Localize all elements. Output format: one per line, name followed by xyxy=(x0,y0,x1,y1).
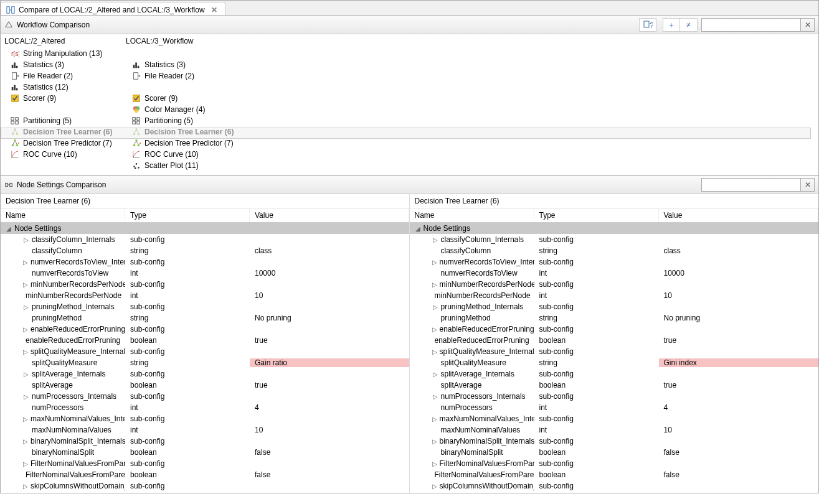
settings-row[interactable]: ▷FilterNominalValuesFromParent_Internals… xyxy=(1,458,409,469)
workflow-node[interactable]: Statistics (3) xyxy=(131,59,244,70)
expand-icon[interactable]: ▷ xyxy=(23,393,29,400)
expand-icon[interactable]: ▷ xyxy=(23,460,28,467)
expand-icon[interactable]: ▷ xyxy=(432,304,438,310)
settings-row[interactable]: ▷classifyColumn_Internalssub-config xyxy=(1,234,409,245)
settings-row[interactable]: ▷numProcessors_Internalssub-config xyxy=(1,391,409,402)
clear-settings-search-icon[interactable]: ✕ xyxy=(801,178,815,192)
col-name[interactable]: Name xyxy=(410,208,534,222)
workflow-node[interactable]: ROC Curve (10) xyxy=(9,149,122,160)
settings-row[interactable]: skipColumnsWithoutDomainbooleantrue xyxy=(410,492,819,493)
settings-row[interactable]: ▷classifyColumn_Internalssub-config xyxy=(410,234,819,245)
workflow-node[interactable]: Decision Tree Predictor (7) xyxy=(131,138,244,149)
workflow-node[interactable]: Decision Tree Learner (6) xyxy=(131,126,244,138)
settings-row[interactable]: skipColumnsWithoutDomainbooleantrue xyxy=(1,492,409,493)
settings-row[interactable]: splitQualityMeasurestringGini index xyxy=(410,357,819,368)
settings-row[interactable]: numverRecordsToViewint10000 xyxy=(1,268,409,279)
expand-icon[interactable]: ▷ xyxy=(23,483,28,490)
settings-row[interactable]: ▷pruningMethod_Internalssub-config xyxy=(1,301,409,312)
workflow-node[interactable]: Decision Tree Learner (6) xyxy=(9,126,122,138)
settings-group-row[interactable]: ◢Node Settings xyxy=(410,223,819,234)
settings-row[interactable]: classifyColumnstringclass xyxy=(410,245,819,256)
settings-row[interactable]: maxNumNominalValuesint10 xyxy=(1,424,409,436)
settings-row[interactable]: ▷numProcessors_Internalssub-config xyxy=(410,391,819,402)
workflow-node[interactable] xyxy=(131,82,244,93)
workflow-node[interactable]: Partitioning (5) xyxy=(9,115,122,126)
settings-row[interactable]: ▷splitQualityMeasure_Internalssub-config xyxy=(410,346,819,357)
settings-row[interactable]: ▷enableReducedErrorPruning_Internalssub-… xyxy=(410,324,819,335)
settings-row[interactable]: FilterNominalValuesFromParentbooleanfals… xyxy=(1,469,409,480)
help-button[interactable]: ? xyxy=(639,18,656,32)
expand-icon[interactable]: ▷ xyxy=(432,416,437,422)
close-icon[interactable]: ✕ xyxy=(209,6,220,14)
workflow-node[interactable]: Decision Tree Predictor (7) xyxy=(9,138,122,149)
expand-icon[interactable]: ▷ xyxy=(432,236,438,243)
settings-row[interactable]: ▷pruningMethod_Internalssub-config xyxy=(410,301,819,312)
expand-icon[interactable]: ▷ xyxy=(23,371,29,378)
settings-row[interactable]: splitAveragebooleantrue xyxy=(410,380,819,391)
settings-row[interactable]: enableReducedErrorPruningbooleantrue xyxy=(410,335,819,346)
settings-row[interactable]: ▷binaryNominalSplit_Internalssub-config xyxy=(410,436,819,447)
workflow-node[interactable]: r[s]String Manipulation (13) xyxy=(9,48,122,59)
settings-row[interactable]: ▷splitAverage_Internalssub-config xyxy=(1,368,409,380)
settings-row[interactable]: ▷splitQualityMeasure_Internalssub-config xyxy=(1,346,409,357)
col-value[interactable]: Value xyxy=(250,208,409,222)
settings-group-row[interactable]: ◢Node Settings xyxy=(1,223,409,234)
expand-icon[interactable]: ▷ xyxy=(432,281,437,288)
settings-row[interactable]: minNumberRecordsPerNodeint10 xyxy=(410,290,819,301)
expand-icon[interactable]: ▷ xyxy=(23,259,28,266)
expand-icon[interactable]: ▷ xyxy=(432,371,438,378)
workflow-node[interactable]: Statistics (3) xyxy=(9,59,122,70)
settings-row[interactable]: numProcessorsint4 xyxy=(1,402,409,413)
workflow-node[interactable]: ROC Curve (10) xyxy=(131,149,244,160)
settings-search-input[interactable] xyxy=(701,178,801,192)
workflow-search-input[interactable] xyxy=(701,18,801,32)
settings-row[interactable]: splitQualityMeasurestringGain ratio xyxy=(1,357,409,368)
expand-icon[interactable]: ▷ xyxy=(432,326,437,333)
col-type[interactable]: Type xyxy=(534,208,659,222)
settings-row[interactable]: ▷minNumberRecordsPerNode_Internalssub-co… xyxy=(1,279,409,290)
workflow-node[interactable]: Color Manager (4) xyxy=(131,104,244,115)
settings-row[interactable]: ▷skipColumnsWithoutDomain_Internalssub-c… xyxy=(410,480,819,492)
settings-left-rows[interactable]: ◢Node Settings▷classifyColumn_Internalss… xyxy=(1,223,409,493)
settings-row[interactable]: numProcessorsint4 xyxy=(410,402,819,413)
expand-icon[interactable]: ▷ xyxy=(432,393,438,400)
settings-row[interactable]: pruningMethodstringNo pruning xyxy=(1,312,409,324)
settings-row[interactable]: enableReducedErrorPruningbooleantrue xyxy=(1,335,409,346)
settings-row[interactable]: ▷numverRecordsToView_Internalssub-config xyxy=(410,256,819,268)
workflow-node[interactable]: File Reader (2) xyxy=(9,70,122,82)
clear-search-icon[interactable]: ✕ xyxy=(801,18,815,32)
settings-row[interactable]: ▷skipColumnsWithoutDomain_Internalssub-c… xyxy=(1,480,409,492)
expand-icon[interactable]: ▷ xyxy=(23,348,28,355)
workflow-node[interactable] xyxy=(9,104,122,115)
settings-row[interactable]: maxNumNominalValuesint10 xyxy=(410,424,819,436)
settings-row[interactable]: numverRecordsToViewint10000 xyxy=(410,268,819,279)
workflow-node[interactable]: Statistics (12) xyxy=(9,82,122,93)
workflow-node[interactable]: Scatter Plot (11) xyxy=(131,160,244,171)
col-value[interactable]: Value xyxy=(659,208,819,222)
expand-icon[interactable]: ▷ xyxy=(23,416,28,422)
settings-row[interactable]: binaryNominalSplitbooleanfalse xyxy=(410,447,819,458)
settings-right-rows[interactable]: ◢Node Settings▷classifyColumn_Internalss… xyxy=(410,223,819,493)
expand-icon[interactable]: ▷ xyxy=(23,326,28,333)
workflow-node[interactable]: Scorer (9) xyxy=(9,93,122,104)
expand-icon[interactable]: ▷ xyxy=(23,438,28,445)
settings-row[interactable]: ▷minNumberRecordsPerNode_Internalssub-co… xyxy=(410,279,819,290)
diff-button[interactable]: ≠ xyxy=(680,18,698,32)
expand-icon[interactable]: ▷ xyxy=(23,281,28,288)
expand-icon[interactable]: ▷ xyxy=(432,483,437,490)
col-type[interactable]: Type xyxy=(125,208,250,222)
settings-row[interactable]: classifyColumnstringclass xyxy=(1,245,409,256)
expand-icon[interactable]: ▷ xyxy=(432,348,437,355)
col-name[interactable]: Name xyxy=(1,208,125,222)
expand-icon[interactable]: ▷ xyxy=(23,236,29,243)
settings-row[interactable]: pruningMethodstringNo pruning xyxy=(410,312,819,324)
settings-row[interactable]: binaryNominalSplitbooleanfalse xyxy=(1,447,409,458)
expand-icon[interactable]: ▷ xyxy=(432,460,437,467)
settings-row[interactable]: splitAveragebooleantrue xyxy=(1,380,409,391)
settings-row[interactable]: ▷maxNumNominalValues_Internalssub-config xyxy=(410,413,819,424)
settings-row[interactable]: ▷splitAverage_Internalssub-config xyxy=(410,368,819,380)
settings-row[interactable]: ▷numverRecordsToView_Internalssub-config xyxy=(1,256,409,268)
settings-row[interactable]: FilterNominalValuesFromParentbooleanfals… xyxy=(410,469,819,480)
expand-icon[interactable]: ▷ xyxy=(23,304,29,310)
workflow-node[interactable]: Scorer (9) xyxy=(131,93,244,104)
